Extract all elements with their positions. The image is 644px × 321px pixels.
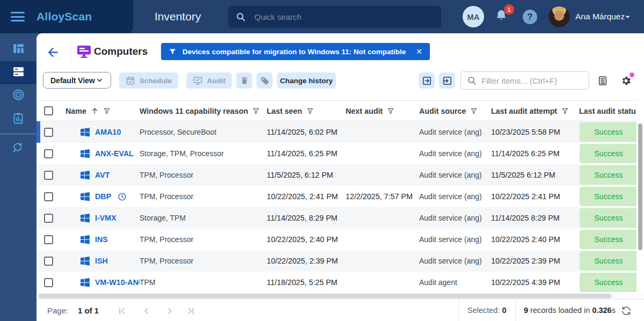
column-header-name[interactable]: Name [65,101,140,121]
row-checkbox[interactable] [44,171,53,180]
windows-logo-icon [80,171,90,180]
select-all-checkbox[interactable] [44,106,53,115]
sort-ascending-icon[interactable] [91,107,99,115]
previous-page-button[interactable] [141,305,151,316]
row-checkbox[interactable] [44,192,53,201]
device-name-link[interactable]: VM-W10-ANG [95,278,140,287]
column-filter-icon[interactable] [470,107,478,115]
device-name-link[interactable]: DBP [95,192,111,201]
sidebar-item-scan[interactable] [0,137,36,160]
device-name-link[interactable]: ANX-EVAL [95,149,134,158]
sidebar-item-reports[interactable] [0,107,36,130]
sidebar-item-dashboards[interactable] [0,38,36,61]
device-name-link[interactable]: AMA10 [95,128,121,136]
view-selector-dropdown[interactable]: Default View [43,72,111,89]
column-header-last-audit-attempt[interactable]: Last audit attempt [491,101,579,121]
delete-button[interactable] [236,72,252,89]
first-page-button[interactable] [116,305,127,316]
last-audit-attempt-cell: 10/22/2025 2:40 PM [491,229,579,250]
table-row[interactable]: ISHTPM, Processor10/22/2025, 2:39 PMAudi… [36,250,638,272]
grid-settings-button[interactable] [619,74,632,87]
audit-button[interactable]: Audit [186,72,232,89]
chevron-down-icon[interactable] [624,13,632,21]
last-page-button[interactable] [186,305,196,316]
row-checkbox[interactable] [44,149,53,158]
quick-search-input[interactable]: Quick search [228,6,441,28]
device-name-link[interactable]: ISH [95,257,108,265]
refresh-button[interactable] [620,305,632,317]
filter-items-input[interactable]: Filter items... (Ctrl+F) [460,71,589,90]
column-filter-icon[interactable] [252,107,260,115]
horizontal-scrollbar[interactable] [36,294,644,299]
capability-reason-cell: Storage, TPM [140,207,267,229]
status-badge: Success [580,122,638,142]
hamburger-menu-icon[interactable] [11,12,25,21]
column-header-windows-11-capability-reason[interactable]: Windows 11 capability reason [140,101,267,121]
sidebar-item-discovery[interactable] [0,84,36,107]
row-checkbox[interactable] [44,128,53,137]
status-badge: Success [580,144,638,163]
device-name-link[interactable]: INS [95,235,108,244]
status-badge: Success [580,165,638,185]
row-checkbox-cell [36,207,65,229]
export-button[interactable] [419,72,435,89]
column-filter-icon[interactable] [387,107,394,115]
change-history-button[interactable]: Change history [277,72,336,89]
table-row[interactable]: I-VMXStorage, TPM11/14/2025, 8:29 PMAudi… [36,207,638,229]
row-checkbox-cell [36,143,65,164]
table-row[interactable]: ANX-EVALStorage, TPM, Processor11/14/202… [36,143,638,164]
records-loaded-status: 9 records loaded in 0.326s [524,306,616,315]
row-checkbox[interactable] [44,214,53,223]
row-checkbox-cell [36,164,65,186]
initials-avatar[interactable]: MA [463,6,484,27]
active-filter-chip[interactable]: Devices compatible for migration to Wind… [161,43,430,60]
column-label: Audit source [419,107,466,115]
notifications-button[interactable]: 1 [495,9,511,25]
column-filter-icon[interactable] [561,107,569,115]
close-icon[interactable]: ✕ [416,47,422,56]
user-avatar-photo[interactable] [548,6,570,27]
import-button[interactable] [439,72,455,89]
help-button[interactable]: ? [523,10,537,24]
device-name-link[interactable]: I-VMX [95,214,116,222]
windows-logo-icon [80,278,90,287]
column-header-audit-source[interactable]: Audit source [419,101,491,121]
row-checkbox[interactable] [44,257,53,266]
schedule-button[interactable]: Schedule [119,72,178,89]
horizontal-scrollbar-thumb[interactable] [39,294,612,298]
next-page-icon [165,306,175,316]
table-row[interactable]: INSTPM, Processor10/22/2025, 2:40 PMAudi… [36,229,638,250]
table-row[interactable]: AVTTPM, Processor11/5/2025, 6:12 PMAudit… [36,164,638,186]
device-name-link[interactable]: AVT [95,171,110,179]
page-label: Page: [47,306,68,315]
column-header-last-seen[interactable]: Last seen [267,101,346,121]
device-name-cell: ISH [65,250,140,272]
table-header: NameWindows 11 capability reasonLast see… [36,100,638,121]
column-header-last-audit-status[interactable]: Last audit status [579,101,638,121]
vertical-scrollbar[interactable] [636,101,644,293]
audit-source-cell: Audit service (ang) [419,186,491,207]
column-filter-icon[interactable] [103,107,111,115]
tag-button[interactable] [257,72,273,89]
row-checkbox[interactable] [44,235,53,244]
sidebar-item-inventory[interactable] [0,61,36,84]
vertical-scrollbar-thumb[interactable] [638,123,642,250]
device-name-cell: DBP [65,186,140,207]
table-row[interactable]: DBPTPM, Processor10/22/2025, 2:41 PM12/2… [36,186,638,207]
table-row[interactable]: VM-W10-ANGTPM11/18/2025, 5:25 PMAudit ag… [36,272,638,293]
user-name[interactable]: Ana Márquez [575,0,625,33]
sidebar-divider [0,134,36,134]
device-name-cell: ANX-EVAL [65,143,140,164]
notification-badge: 1 [504,4,514,14]
next-page-button[interactable] [164,305,175,316]
table-footer: Page: 1 of 1 Selected: 0 9 records loade… [36,299,644,321]
audit-source-cell: Audit service (ang) [419,143,491,164]
back-button[interactable] [45,45,61,59]
table-row[interactable]: AMA10Processor, SecureBoot11/14/2025, 6:… [36,121,638,143]
column-filter-icon[interactable] [306,107,314,115]
page-value: 1 of 1 [78,306,99,315]
title-divider [70,41,71,62]
column-header-next-audit[interactable]: Next audit [346,101,419,121]
row-checkbox[interactable] [44,278,53,287]
views-list-button[interactable] [596,74,609,87]
